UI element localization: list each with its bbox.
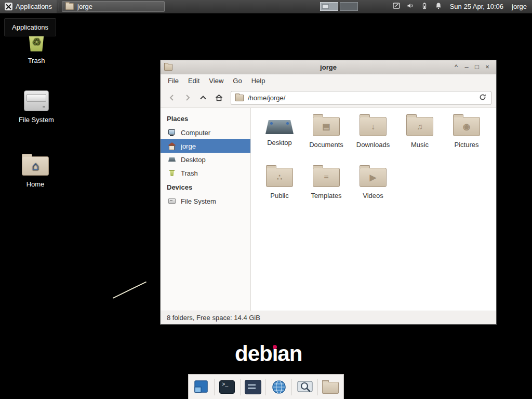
file-manager-window: jorge ^ – □ × File Edit View Go Help <box>160 60 497 325</box>
magnifier-icon <box>297 380 313 394</box>
file-pictures[interactable]: ◉ Pictures <box>443 113 490 164</box>
dock-separator <box>317 379 318 395</box>
sidebar-item-jorge[interactable]: jorge <box>161 139 250 153</box>
location-bar[interactable]: /home/jorge/ <box>231 91 491 105</box>
folder-icon: ▶ <box>360 168 387 187</box>
back-button[interactable] <box>165 91 179 104</box>
desktop-root: Applications jorge Sun 25 Apr, 1 <box>0 0 532 399</box>
file-label: Desktop <box>267 139 292 147</box>
close-button[interactable]: × <box>482 61 493 73</box>
dock-web-browser-launcher[interactable] <box>270 378 288 396</box>
notifications-bell-icon[interactable] <box>434 2 443 11</box>
debian-wordmark-post: an <box>277 342 302 366</box>
dock-console-launcher[interactable] <box>244 378 262 396</box>
dock-separator <box>240 379 241 395</box>
home-button[interactable] <box>212 91 225 104</box>
computer-icon <box>168 128 176 137</box>
sidebar-item-trash[interactable]: Trash <box>161 166 250 180</box>
volume-icon[interactable] <box>406 2 415 11</box>
applications-menu-icon <box>5 3 12 10</box>
dock-windows-launcher[interactable] <box>192 378 210 396</box>
trash-icon <box>168 169 176 177</box>
shade-button[interactable]: ^ <box>451 61 461 73</box>
panel-clock[interactable]: Sun 25 Apr, 10:06 <box>450 3 503 10</box>
file-label: Pictures <box>455 141 479 149</box>
file-label: Public <box>270 192 288 200</box>
desktop-icon-label: Trash <box>28 57 45 64</box>
tablet-input-icon[interactable] <box>392 2 401 11</box>
minimize-button[interactable]: – <box>461 61 472 73</box>
console-icon <box>245 380 261 394</box>
dock-app-finder-launcher[interactable] <box>296 378 314 396</box>
file-label: Downloads <box>356 141 390 149</box>
folder-icon: ◉ <box>453 117 480 136</box>
dock-separator <box>265 379 266 395</box>
file-grid: Desktop ▤ Documents ↓ Downloads ♫ Music … <box>251 108 496 311</box>
desktop-icon-home[interactable]: ⌂ Home <box>11 153 59 188</box>
menu-help[interactable]: Help <box>247 74 270 88</box>
sidebar-item-label: Computer <box>181 129 210 137</box>
debian-wordmark-pre: deb <box>235 342 272 366</box>
file-label: Documents <box>309 141 343 149</box>
workspace-2[interactable] <box>340 2 358 11</box>
up-button[interactable] <box>196 91 210 104</box>
sidebar-item-desktop[interactable]: Desktop <box>161 153 250 166</box>
desktop-workspace-icon <box>265 120 294 134</box>
file-public[interactable]: ∴ Public <box>256 164 303 215</box>
file-templates[interactable]: ≡ Templates <box>303 164 350 215</box>
location-path: /home/jorge/ <box>248 94 285 102</box>
file-music[interactable]: ♫ Music <box>396 113 443 164</box>
window-titlebar[interactable]: jorge ^ – □ × <box>161 60 496 74</box>
applications-menu-label: Applications <box>16 3 52 10</box>
file-desktop[interactable]: Desktop <box>256 113 303 164</box>
workspace-switcher <box>320 2 358 11</box>
play-emblem-icon: ▶ <box>360 168 386 187</box>
folder-icon: ≡ <box>313 168 340 187</box>
panel-username[interactable]: jorge <box>512 3 527 10</box>
documents-emblem-icon: ▤ <box>313 117 339 136</box>
music-note-emblem-icon: ♫ <box>407 117 433 136</box>
status-text: 8 folders, Free space: 14.4 GiB <box>167 314 260 322</box>
file-downloads[interactable]: ↓ Downloads <box>350 113 396 164</box>
sidebar-devices-header: Devices <box>161 180 250 194</box>
file-documents[interactable]: ▤ Documents <box>303 113 350 164</box>
menu-view[interactable]: View <box>204 74 228 88</box>
home-icon <box>168 142 176 150</box>
menu-bar: File Edit View Go Help <box>161 74 496 88</box>
maximize-button[interactable]: □ <box>472 61 482 73</box>
sidebar-item-label: Trash <box>181 169 198 177</box>
taskbar-window-button[interactable]: jorge <box>62 1 165 12</box>
applications-tooltip: Applications <box>4 18 56 36</box>
globe-icon <box>272 380 286 394</box>
sidebar: Places Computer jorge Desktop Trash <box>161 108 251 311</box>
menu-edit[interactable]: Edit <box>183 74 204 88</box>
sidebar-item-file-system[interactable]: File System <box>161 194 250 208</box>
menu-go[interactable]: Go <box>228 74 246 88</box>
top-panel: Applications jorge Sun 25 Apr, 1 <box>0 0 532 14</box>
location-folder-icon <box>235 95 244 101</box>
dock-terminal-launcher[interactable]: >_ <box>218 378 236 396</box>
status-bar: 8 folders, Free space: 14.4 GiB <box>161 311 496 324</box>
folder-icon: ▤ <box>313 117 340 136</box>
sidebar-item-label: Desktop <box>181 156 206 164</box>
file-videos[interactable]: ▶ Videos <box>350 164 396 215</box>
dock-separator <box>214 379 215 395</box>
forward-button[interactable] <box>181 91 194 104</box>
desktop-icon-file-system[interactable]: File System <box>12 90 60 124</box>
applications-menu-button[interactable]: Applications <box>0 0 57 13</box>
drive-icon <box>24 90 49 111</box>
workspace-1[interactable] <box>320 2 338 11</box>
dock-separator <box>291 379 292 395</box>
desktop-icon-label: Home <box>26 180 45 188</box>
menu-file[interactable]: File <box>163 74 183 88</box>
sidebar-item-computer[interactable]: Computer <box>161 126 250 139</box>
reload-button[interactable] <box>478 93 487 103</box>
panel-separator-handle <box>59 3 60 11</box>
sidebar-item-label: jorge <box>181 142 196 150</box>
dock-file-manager-launcher[interactable] <box>321 378 340 396</box>
share-emblem-icon: ∴ <box>267 168 292 187</box>
battery-icon[interactable] <box>420 2 429 11</box>
system-tray <box>392 2 443 11</box>
file-label: Videos <box>363 192 383 200</box>
folder-icon: ↓ <box>360 117 387 136</box>
